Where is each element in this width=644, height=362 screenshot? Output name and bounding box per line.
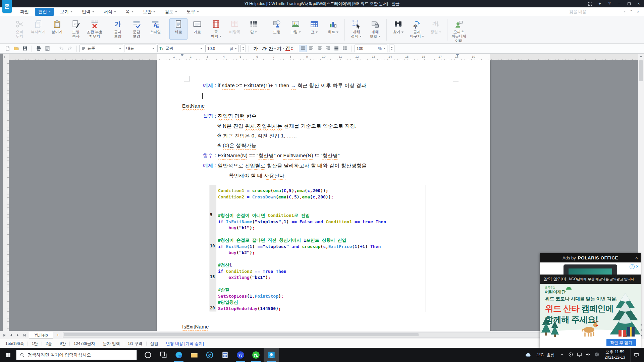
horizontal-ruler[interactable]: 12345678910111213141516171819 — [9, 54, 638, 61]
tray-chevron-up-button[interactable] — [559, 352, 565, 358]
minimize-button[interactable]: – — [616, 1, 622, 6]
tray-error-button[interactable] — [594, 352, 600, 358]
new-doc-button[interactable] — [3, 45, 11, 52]
taskbar-cortana-button[interactable] — [140, 348, 156, 362]
horizontal-scroll-thumb[interactable] — [64, 333, 418, 336]
help-button[interactable]: ? — [607, 1, 612, 6]
vertical-ruler[interactable] — [3, 60, 9, 331]
prev-tab-button[interactable] — [8, 332, 14, 338]
start-button[interactable] — [0, 348, 16, 362]
zoom-spinner[interactable] — [389, 45, 394, 52]
last-tab-button[interactable] — [21, 332, 28, 338]
open-folder-button[interactable] — [12, 45, 20, 52]
ribbon-table-button[interactable]: 표 — [305, 18, 323, 35]
font-combobox[interactable]: TT 굴림 — [157, 45, 204, 52]
menu-item-7[interactable]: 검토 — [161, 8, 180, 16]
next-tab-button[interactable] — [15, 332, 21, 338]
align-justify-button[interactable] — [299, 45, 307, 52]
zoom-combobox[interactable]: 100 % — [355, 45, 387, 52]
char-spacing-button[interactable]: 갸 — [277, 45, 285, 52]
adjust-button[interactable]: + — [597, 1, 602, 6]
underline-button[interactable]: 가 — [268, 45, 276, 52]
italic-button[interactable]: 가 — [260, 45, 268, 52]
ribbon-close-icon[interactable]: × — [637, 9, 639, 14]
align-left-button[interactable] — [307, 45, 315, 52]
quick-find-caret-icon[interactable] — [624, 11, 626, 12]
ruler-corner-box[interactable] — [3, 54, 9, 61]
taskbar-edge-button[interactable] — [171, 348, 186, 362]
vertical-scroll-thumb[interactable] — [639, 60, 643, 81]
ribbon-picture-button[interactable]: 그림 — [286, 18, 305, 35]
add-tab-button[interactable]: + — [55, 332, 61, 338]
bold-button[interactable]: 가 — [252, 45, 260, 52]
ribbon-page-horizontal-button[interactable]: 가로 — [188, 18, 206, 40]
ad-confirm-close-button[interactable]: 확인 후 닫기 — [606, 339, 636, 346]
adchoices-close-icon[interactable]: × — [636, 264, 639, 269]
align-center-button[interactable] — [316, 45, 324, 52]
menu-item-5[interactable]: 쪽 — [122, 8, 137, 16]
ribbon-chart-button[interactable]: 차트 — [324, 18, 342, 35]
ad-close-button[interactable]: × — [635, 255, 638, 260]
taskbar-yestrader-yt-button[interactable]: YT — [233, 348, 248, 362]
hwp-logo-icon[interactable]: 혼 — [2, 0, 12, 13]
menu-item-3[interactable]: 입력 — [78, 8, 98, 16]
quick-find-input[interactable]: 찾을 내용 — [569, 9, 620, 15]
taskbar-file-explorer-button[interactable] — [186, 348, 202, 362]
ribbon-format-copy-button[interactable]: 모양 복사 — [67, 18, 85, 40]
font-size-combobox[interactable]: 10.0 pt — [205, 45, 239, 52]
taskbar-internet-explorer-button[interactable]: e — [202, 348, 217, 362]
menu-item-0[interactable]: 파일 — [17, 8, 32, 16]
taskbar-yestrader-yl-button[interactable]: YL — [248, 348, 264, 362]
ribbon-columns-button[interactable]: 단 — [245, 18, 263, 40]
menu-item-6[interactable]: 보안 — [140, 8, 159, 16]
taskbar-task-view-button[interactable] — [156, 348, 171, 362]
preset-combobox[interactable]: 대표 — [124, 45, 156, 52]
ribbon-page-margin-button[interactable]: 쪽 여백 — [207, 18, 225, 40]
ribbon-find-button[interactable]: 찾기 — [389, 18, 407, 40]
ad-campaign-image[interactable]: 초록우산 어린이재단 위드 코로나 시대를 맞는 이번 겨울, 위드 산타 캠페… — [540, 284, 641, 337]
tray-security-button[interactable] — [568, 352, 574, 358]
style-combobox[interactable]: 표준 — [79, 45, 123, 52]
adchoices-info-icon[interactable]: i — [630, 264, 635, 269]
menu-item-2[interactable]: 보기 — [57, 8, 76, 16]
preview-button[interactable] — [43, 45, 51, 52]
menu-item-1[interactable]: 편집 — [35, 8, 54, 16]
taskbar-clock[interactable]: 오후 11:59 2021-12-13 — [605, 350, 625, 360]
fullscreen-button[interactable] — [587, 1, 593, 6]
weather-temp[interactable]: -1°C — [535, 353, 543, 357]
ribbon-style-button[interactable]: A스타일 — [146, 18, 164, 40]
tray-display-button[interactable] — [577, 352, 582, 358]
ribbon-replace-char-button[interactable]: 수글자 바꾸기 — [408, 18, 426, 40]
ribbon-page-vertical-button[interactable]: 세로 — [169, 18, 187, 40]
ribbon-paste-button[interactable]: 붙이기 — [48, 18, 66, 40]
ribbon-collapse-icon[interactable]: ⌃ — [630, 9, 633, 14]
ribbon-office-communicator-button[interactable]: 오피스 커뮤니케이터 — [450, 18, 468, 44]
font-color-button[interactable]: 간 — [285, 45, 293, 52]
ribbon-object-protect-button[interactable]: 개체 보호 — [366, 18, 384, 40]
menu-item-8[interactable]: 도구 — [183, 8, 202, 16]
ribbon-para-shape-button[interactable]: 문단 모양 — [127, 18, 146, 40]
page[interactable]: 예제 : if sdate >= ExitDate(1)+ 1 then → 최… — [157, 60, 490, 331]
close-button[interactable]: × — [636, 1, 641, 6]
taskbar-search-input[interactable]: 검색하려면 여기에 입력하십시오. — [16, 350, 137, 360]
align-distribute-button[interactable] — [332, 45, 340, 52]
align-divide-button[interactable] — [341, 45, 349, 52]
menu-item-4[interactable]: 서식 — [100, 8, 119, 16]
save-button[interactable] — [21, 45, 29, 52]
ribbon-char-shape-button[interactable]: 가글자 모양 — [109, 18, 127, 40]
indent-marker-left[interactable] — [180, 54, 184, 56]
print-button[interactable] — [35, 45, 43, 52]
action-center-button[interactable] — [630, 348, 642, 362]
first-tab-button[interactable] — [1, 332, 7, 338]
ribbon-erase-marks-button[interactable]: 조판 부호 지우기 — [86, 18, 104, 40]
taskbar-calculator-button[interactable] — [217, 348, 233, 362]
document-tab[interactable]: YLHelp — [29, 332, 53, 339]
ribbon-shape-button[interactable]: 도형 — [268, 18, 286, 35]
weather-cloud-icon[interactable] — [524, 352, 532, 358]
change-tracking-status[interactable]: 변경 내용 [기록 중지] — [166, 341, 204, 347]
taskbar-hwp-button[interactable]: 혼 — [264, 348, 279, 362]
ribbon-object-select-button[interactable]: 개체 선택 — [347, 18, 365, 40]
align-right-button[interactable] — [324, 45, 332, 52]
scroll-up-button[interactable] — [638, 54, 644, 59]
weather-desc[interactable]: 흐림 — [547, 352, 555, 358]
